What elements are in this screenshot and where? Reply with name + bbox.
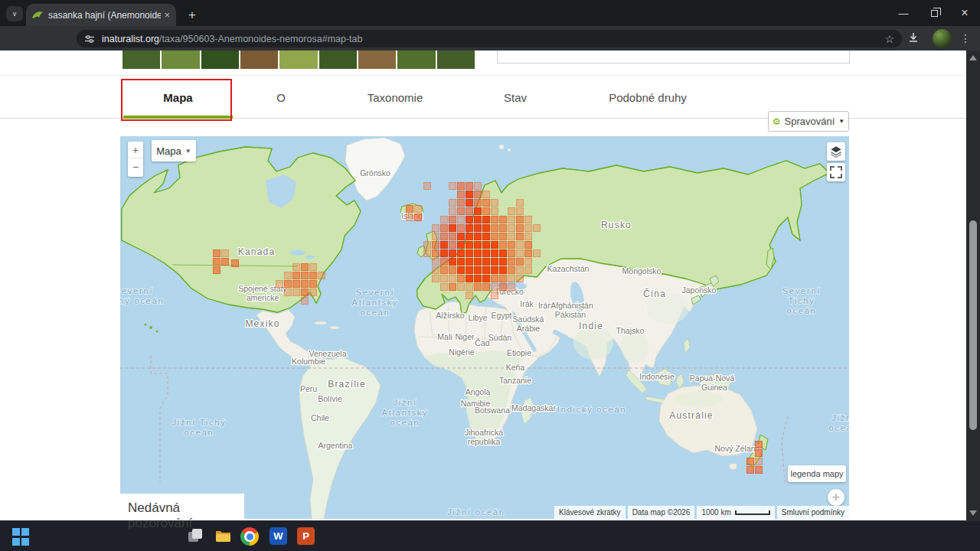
tab-close-icon[interactable]: ×: [164, 9, 170, 21]
browser-titlebar: ∨ sasanka hajní (Anemonoides ne × + — ×: [0, 0, 980, 26]
taxon-tab-podobn-druhy[interactable]: Podobné druhy: [569, 76, 727, 119]
map-type-button[interactable]: Mapa ▼: [152, 140, 196, 161]
svg-text:Pákistán: Pákistán: [555, 310, 586, 319]
map-legend-button[interactable]: legenda mapy: [788, 465, 846, 482]
svg-text:Turecko: Turecko: [495, 287, 524, 296]
svg-text:republika: republika: [468, 437, 501, 446]
svg-text:Brazílie: Brazílie: [328, 379, 366, 390]
keyboard-shortcuts-link[interactable]: Klávesové zkratky: [554, 506, 626, 519]
taxon-photo-thumbnail[interactable]: [358, 51, 396, 69]
svg-text:Severní: Severní: [782, 286, 822, 295]
word-button[interactable]: W: [270, 527, 288, 546]
svg-text:Jižní: Jižní: [831, 413, 849, 422]
svg-text:Kanada: Kanada: [238, 246, 276, 257]
map-attribution: Klávesové zkratky Data map ©2026 1000 km…: [554, 506, 849, 519]
svg-text:Severní: Severní: [356, 288, 395, 297]
svg-text:oceán: oceán: [787, 306, 817, 315]
page-scrollbar[interactable]: [966, 51, 980, 520]
layers-button[interactable]: [827, 142, 845, 161]
browser-menu-icon[interactable]: ⋮: [960, 30, 971, 47]
svg-text:Tanzanie: Tanzanie: [499, 376, 531, 385]
svg-text:Kazachstán: Kazachstán: [547, 264, 590, 273]
start-button[interactable]: [12, 527, 31, 546]
map-scale: 1000 km: [697, 506, 774, 519]
svg-text:Severní: Severní: [120, 286, 153, 295]
svg-text:Čína: Čína: [643, 288, 666, 299]
browser-tab[interactable]: sasanka hajní (Anemonoides ne ×: [26, 4, 176, 26]
zoom-in-button[interactable]: +: [128, 142, 143, 158]
svg-text:Kolumbie: Kolumbie: [292, 357, 325, 366]
svg-text:Tichý: Tichý: [789, 296, 815, 305]
download-icon[interactable]: [906, 31, 920, 44]
taxon-photo-thumbnail[interactable]: [437, 51, 475, 69]
tab-search-button[interactable]: ∨: [6, 6, 23, 21]
svg-text:Niger: Niger: [455, 332, 475, 341]
taxon-photo-thumbnail[interactable]: [122, 51, 160, 69]
new-tab-button[interactable]: +: [184, 7, 201, 24]
scrollbar-thumb[interactable]: [969, 220, 977, 430]
svg-text:Austrálie: Austrálie: [669, 410, 714, 421]
address-bar[interactable]: inaturalist.org/taxa/950603-Anemonoides-…: [77, 30, 902, 47]
map-data-copyright: Data map ©2026: [628, 506, 695, 519]
recent-observations-section: Nedávná pozorování: [120, 494, 244, 520]
svg-text:Nigérie: Nigérie: [449, 347, 474, 357]
svg-text:Peru: Peru: [300, 384, 317, 393]
svg-text:Island: Island: [401, 211, 423, 220]
taxon-photo-thumbnail[interactable]: [240, 51, 278, 69]
svg-text:Mexiko: Mexiko: [245, 318, 279, 329]
svg-text:Jižní oceán: Jižní oceán: [447, 507, 505, 517]
svg-text:Rusko: Rusko: [601, 220, 632, 230]
svg-text:Etiopie: Etiopie: [507, 348, 531, 357]
svg-text:oceán: oceán: [390, 418, 420, 427]
svg-text:Chile: Chile: [311, 413, 329, 422]
scroll-up-arrow[interactable]: [969, 55, 977, 60]
pan-control-button[interactable]: ✛: [828, 489, 844, 506]
svg-text:Mongolsko: Mongolsko: [622, 266, 662, 276]
map-zoom-control: + −: [128, 142, 143, 177]
site-info-icon[interactable]: [84, 34, 95, 44]
terms-link[interactable]: Smluvní podmínky: [777, 506, 849, 519]
svg-text:oceán: oceán: [361, 308, 390, 317]
scroll-down-arrow[interactable]: [969, 510, 977, 516]
recent-observations-heading: Nedávná pozorování: [128, 500, 244, 531]
restore-icon: [931, 10, 938, 17]
minimize-button[interactable]: —: [888, 8, 919, 19]
url-host: inaturalist.org: [102, 34, 159, 44]
inaturalist-favicon-icon: [32, 10, 43, 21]
taxon-tab-o[interactable]: O: [234, 76, 328, 119]
close-button[interactable]: ×: [949, 6, 980, 20]
zoom-out-button[interactable]: −: [128, 158, 143, 175]
svg-text:Libye: Libye: [468, 313, 487, 322]
map-container[interactable]: GrónskoKanadaSpojené státyamerickéMexiko…: [120, 136, 849, 519]
svg-text:oceán: oceán: [829, 423, 849, 432]
scale-bar: [735, 510, 770, 515]
profile-avatar[interactable]: [933, 29, 952, 48]
taxon-photo-thumbnail[interactable]: [162, 51, 199, 69]
restore-button[interactable]: [919, 8, 949, 19]
svg-text:Nový Zéland: Nový Zéland: [715, 444, 760, 453]
manage-button[interactable]: ⚙ Spravování ▼: [768, 111, 849, 132]
taxon-photo-strip[interactable]: [122, 51, 475, 69]
taxon-photo-thumbnail[interactable]: [319, 51, 357, 69]
taxon-search-box[interactable]: [497, 51, 850, 64]
svg-text:Angola: Angola: [466, 387, 491, 396]
taxon-photo-thumbnail[interactable]: [279, 51, 317, 69]
fullscreen-icon: [830, 166, 835, 171]
layers-icon: [830, 145, 842, 158]
bookmark-star-icon[interactable]: ☆: [884, 33, 894, 45]
powerpoint-button[interactable]: P: [297, 527, 315, 546]
taxon-photo-thumbnail[interactable]: [201, 51, 239, 69]
svg-text:Indie: Indie: [579, 321, 603, 331]
fullscreen-button[interactable]: [827, 163, 845, 181]
svg-text:oceán: oceán: [185, 428, 214, 437]
svg-text:Jižní: Jižní: [393, 398, 417, 407]
taxon-photo-thumbnail[interactable]: [397, 51, 435, 69]
map-type-label: Mapa: [156, 145, 181, 157]
manage-button-label: Spravování: [785, 116, 835, 127]
svg-text:Bolívie: Bolívie: [318, 394, 342, 403]
taxon-tab-stav[interactable]: Stav: [462, 76, 569, 119]
powerpoint-icon: P: [297, 527, 315, 545]
taxon-tab-taxonomie[interactable]: Taxonomie: [328, 76, 462, 119]
svg-text:Botswana: Botswana: [475, 406, 510, 415]
desktop-screen: ∨ sasanka hajní (Anemonoides ne × + — × …: [0, 0, 980, 551]
